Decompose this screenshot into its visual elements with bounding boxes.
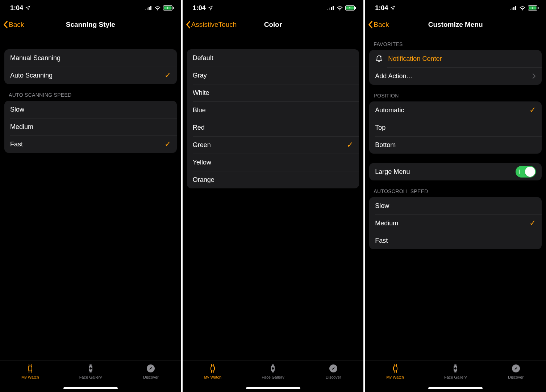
tab-label: My Watch: [21, 375, 39, 379]
svg-point-11: [89, 367, 92, 370]
tab-my-watch[interactable]: My Watch: [8, 363, 52, 379]
large-menu-group: Large Menu: [369, 163, 542, 180]
svg-rect-29: [515, 6, 516, 10]
row-label: Blue: [193, 107, 206, 114]
row-auto-scanning[interactable]: Auto Scanning ✓: [4, 67, 177, 84]
tab-label: Face Gallery: [79, 375, 102, 379]
nav-bar: Back Scanning Style: [0, 16, 181, 33]
svg-rect-36: [454, 364, 457, 366]
svg-rect-14: [329, 8, 330, 10]
svg-rect-10: [89, 371, 92, 372]
row-manual-scanning[interactable]: Manual Scanning: [4, 49, 177, 67]
row-autoscroll-fast[interactable]: Fast: [369, 232, 542, 249]
back-button[interactable]: AssistiveTouch: [186, 21, 237, 29]
row-label: Medium: [375, 220, 398, 227]
tab-label: Discover: [143, 375, 159, 379]
large-menu-toggle[interactable]: [516, 166, 536, 178]
row-large-menu[interactable]: Large Menu: [369, 163, 542, 180]
row-color-yellow[interactable]: Yellow: [187, 154, 359, 171]
screen-scanning-style: 1:04 Back Scanning Style: [0, 0, 181, 392]
row-speed-slow[interactable]: Slow: [4, 101, 177, 118]
tab-discover[interactable]: Discover: [494, 363, 538, 379]
tab-discover[interactable]: Discover: [129, 363, 172, 379]
tab-face-gallery[interactable]: Face Gallery: [69, 363, 112, 379]
svg-point-38: [454, 367, 457, 370]
cellular-icon: [327, 6, 334, 10]
row-color-red[interactable]: Red: [187, 119, 359, 136]
home-indicator[interactable]: [246, 387, 300, 389]
chevron-left-icon: [186, 21, 191, 29]
svg-rect-26: [510, 9, 511, 10]
svg-point-33: [380, 56, 382, 57]
tab-face-gallery[interactable]: Face Gallery: [434, 363, 477, 379]
wifi-icon: [337, 6, 343, 11]
chevron-left-icon: [3, 21, 8, 29]
cellular-icon: [510, 6, 517, 10]
row-label: Auto Scanning: [10, 72, 53, 79]
checkmark-icon: ✓: [529, 218, 536, 228]
watch-outline-icon: [25, 363, 35, 374]
watch-face-icon: [268, 363, 278, 374]
page-title: Customize Menu: [428, 21, 483, 29]
home-indicator[interactable]: [428, 387, 483, 389]
nav-bar: Back Customize Menu: [365, 16, 546, 33]
row-autoscroll-slow[interactable]: Slow: [369, 197, 542, 214]
row-add-action[interactable]: Add Action…: [369, 67, 542, 85]
watch-outline-icon: [390, 363, 400, 374]
row-color-green[interactable]: Green ✓: [187, 136, 359, 154]
tab-face-gallery[interactable]: Face Gallery: [251, 363, 295, 379]
tab-my-watch[interactable]: My Watch: [191, 363, 234, 379]
row-color-white[interactable]: White: [187, 84, 359, 101]
svg-rect-22: [272, 364, 274, 366]
row-color-blue[interactable]: Blue: [187, 101, 359, 119]
tab-my-watch[interactable]: My Watch: [374, 363, 417, 379]
row-color-orange[interactable]: Orange: [187, 171, 359, 188]
row-label: Red: [193, 124, 205, 132]
row-color-gray[interactable]: Gray: [187, 67, 359, 84]
row-autoscroll-medium[interactable]: Medium ✓: [369, 214, 542, 232]
svg-rect-15: [331, 7, 332, 10]
svg-point-24: [272, 367, 274, 370]
row-label: Add Action…: [375, 72, 413, 80]
checkmark-icon: ✓: [164, 139, 171, 149]
row-notification-center[interactable]: Notification Center: [369, 50, 542, 67]
row-label: Fast: [375, 237, 388, 245]
back-button[interactable]: Back: [368, 21, 389, 29]
autoscroll-group: Slow Medium ✓ Fast: [369, 197, 542, 249]
wifi-icon: [154, 6, 161, 11]
checkmark-icon: ✓: [164, 71, 171, 80]
battery-charging-icon: [345, 5, 356, 11]
compass-icon: [146, 363, 156, 374]
status-bar: 1:04: [365, 0, 546, 16]
row-speed-fast[interactable]: Fast ✓: [4, 135, 177, 153]
row-position-automatic[interactable]: Automatic ✓: [369, 101, 542, 119]
tab-label: My Watch: [386, 375, 404, 379]
svg-rect-20: [211, 366, 214, 371]
row-speed-medium[interactable]: Medium: [4, 118, 177, 135]
location-icon: [390, 5, 395, 11]
row-label: Green: [193, 141, 211, 149]
row-position-top[interactable]: Top: [369, 119, 542, 136]
back-label: Back: [374, 21, 389, 29]
checkmark-icon: ✓: [529, 105, 536, 115]
row-position-bottom[interactable]: Bottom: [369, 136, 542, 154]
back-button[interactable]: Back: [3, 21, 24, 29]
home-indicator[interactable]: [63, 387, 118, 389]
svg-rect-2: [149, 7, 150, 10]
row-label: Bottom: [375, 141, 396, 149]
svg-rect-0: [145, 9, 146, 10]
status-time: 1:04: [193, 4, 206, 12]
svg-rect-32: [538, 7, 539, 9]
svg-rect-37: [454, 371, 457, 372]
wifi-icon: [519, 6, 526, 11]
watch-outline-icon: [208, 363, 218, 374]
row-color-default[interactable]: Default: [187, 49, 359, 67]
scanning-speed-group: Slow Medium Fast ✓: [4, 101, 177, 153]
compass-icon: [511, 363, 521, 374]
content-area: Manual Scanning Auto Scanning ✓ AUTO SCA…: [0, 33, 181, 360]
page-title: Color: [264, 21, 282, 29]
row-label: Slow: [10, 106, 24, 113]
svg-rect-6: [173, 7, 174, 9]
tab-discover[interactable]: Discover: [312, 363, 355, 379]
row-label: Orange: [193, 176, 214, 184]
